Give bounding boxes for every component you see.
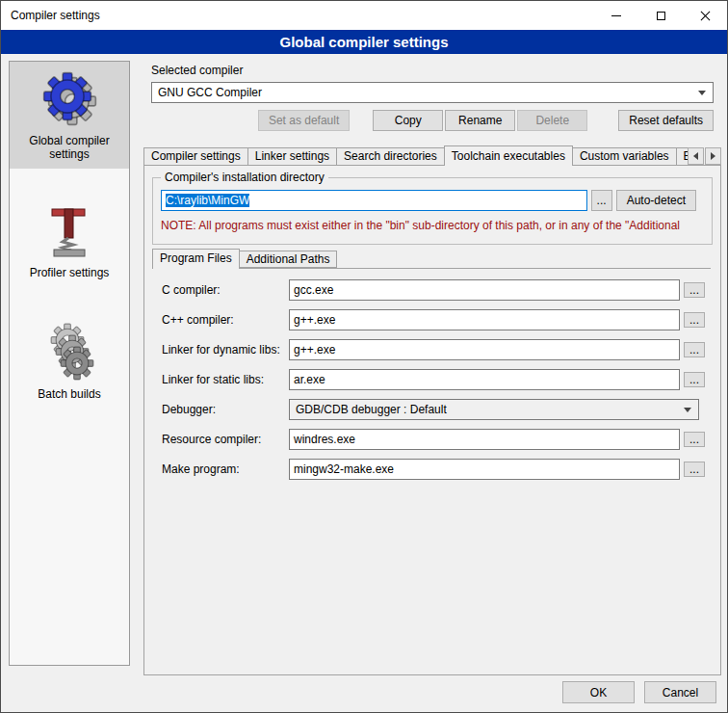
ok-button[interactable]: OK xyxy=(562,681,635,703)
tab-scroll-right-button[interactable] xyxy=(705,147,721,165)
c-compiler-row: C compiler: gcc.exe ... xyxy=(162,279,705,301)
auto-detect-button[interactable]: Auto-detect xyxy=(616,190,696,211)
static-linker-row: Linker for static libs: ar.exe ... xyxy=(162,369,705,390)
resource-compiler-label: Resource compiler: xyxy=(162,433,289,446)
cpp-compiler-input[interactable]: g++.exe xyxy=(289,309,680,330)
debugger-row: Debugger: GDB/CDB debugger : Default xyxy=(162,399,705,420)
copy-button[interactable]: Copy xyxy=(373,110,443,131)
browse-button[interactable]: ... xyxy=(684,462,705,477)
browse-button[interactable]: ... xyxy=(591,190,612,211)
installation-directory-input[interactable]: C:\raylib\MinGW xyxy=(161,190,587,211)
sidebar-item-label: Profiler settings xyxy=(12,266,127,279)
maximize-icon xyxy=(657,12,665,20)
titlebar[interactable]: Compiler settings xyxy=(1,1,727,30)
debugger-select-value: GDB/CDB debugger : Default xyxy=(296,403,447,416)
make-program-input[interactable]: mingw32-make.exe xyxy=(289,459,680,480)
dynamic-linker-input[interactable]: g++.exe xyxy=(289,339,680,360)
cpp-compiler-row: C++ compiler: g++.exe ... xyxy=(162,309,705,330)
settings-tabstrip: Compiler settings Linker settings Search… xyxy=(143,145,721,166)
browse-button[interactable]: ... xyxy=(684,312,705,328)
browse-button[interactable]: ... xyxy=(684,372,705,387)
minimize-button[interactable] xyxy=(594,1,638,30)
bin-subdirectory-note: NOTE: All programs must exist either in … xyxy=(161,219,710,232)
installation-directory-row: C:\raylib\MinGW ... Auto-detect xyxy=(161,190,696,211)
sidebar-item-label: Batch builds xyxy=(12,387,127,401)
dynamic-linker-label: Linker for dynamic libs: xyxy=(162,343,289,356)
static-linker-input[interactable]: ar.exe xyxy=(289,369,680,390)
c-compiler-label: C compiler: xyxy=(162,283,289,297)
c-compiler-input[interactable]: gcc.exe xyxy=(289,279,680,301)
debugger-label: Debugger: xyxy=(162,403,289,416)
compiler-settings-window: Compiler settings Global compiler settin… xyxy=(0,0,728,713)
window-controls xyxy=(594,1,727,30)
browse-button[interactable]: ... xyxy=(684,282,705,298)
resource-compiler-input[interactable]: windres.exe xyxy=(289,429,680,450)
tab-scroll-buttons xyxy=(687,147,721,165)
right-arrow-icon xyxy=(711,152,715,160)
sidebar-item-batch-builds[interactable]: Batch builds xyxy=(10,315,129,408)
compiler-select[interactable]: GNU GCC Compiler xyxy=(151,82,714,103)
program-files-tabstrip: Program Files Additional Paths xyxy=(152,249,711,269)
minimize-icon xyxy=(611,15,621,16)
installation-directory-group: Compiler's installation directory C:\ray… xyxy=(152,177,713,245)
sidebar-item-label: Global compiler settings xyxy=(12,134,127,162)
make-program-row: Make program: mingw32-make.exe ... xyxy=(162,459,705,480)
program-files-form: C compiler: gcc.exe ... C++ compiler: g+… xyxy=(162,279,705,489)
dynamic-linker-row: Linker for dynamic libs: g++.exe ... xyxy=(162,339,705,360)
make-program-label: Make program: xyxy=(162,462,289,476)
dialog-content: Global compiler settings Profiler settin… xyxy=(1,54,727,712)
left-arrow-icon xyxy=(693,152,698,160)
dialog-banner: Global compiler settings xyxy=(1,30,727,54)
reset-defaults-button[interactable]: Reset defaults xyxy=(618,110,714,131)
browse-button[interactable]: ... xyxy=(684,342,705,357)
subtab-program-files[interactable]: Program Files xyxy=(152,249,240,269)
profiler-icon xyxy=(40,201,98,259)
dialog-footer: OK Cancel xyxy=(562,681,716,703)
maximize-button[interactable] xyxy=(638,1,683,30)
set-as-default-button[interactable]: Set as default xyxy=(258,110,350,131)
compiler-select-value: GNU GCC Compiler xyxy=(158,86,262,99)
static-linker-label: Linker for static libs: xyxy=(162,373,289,386)
tab-compiler-settings[interactable]: Compiler settings xyxy=(143,147,248,166)
browse-button[interactable]: ... xyxy=(684,432,705,447)
window-title: Compiler settings xyxy=(1,9,100,22)
tab-linker-settings[interactable]: Linker settings xyxy=(247,147,337,166)
delete-button[interactable]: Delete xyxy=(517,110,587,131)
close-icon xyxy=(700,11,711,21)
sidebar-item-global-compiler-settings[interactable]: Global compiler settings xyxy=(10,62,129,169)
selected-compiler-label: Selected compiler xyxy=(151,64,243,77)
blue-gear-icon xyxy=(40,69,98,127)
gray-gears-icon xyxy=(40,323,98,381)
subtab-additional-paths[interactable]: Additional Paths xyxy=(239,251,338,268)
settings-category-list: Global compiler settings Profiler settin… xyxy=(9,61,130,666)
chevron-down-icon xyxy=(684,408,691,412)
installation-directory-value: C:\raylib\MinGW xyxy=(166,194,249,207)
sidebar-item-profiler-settings[interactable]: Profiler settings xyxy=(10,194,129,286)
chevron-down-icon xyxy=(698,91,706,95)
tabs-clip: Compiler settings Linker settings Search… xyxy=(143,145,689,166)
installation-directory-group-title: Compiler's installation directory xyxy=(161,171,328,184)
cancel-button[interactable]: Cancel xyxy=(644,681,716,703)
tab-toolchain-executables[interactable]: Toolchain executables xyxy=(444,145,573,166)
debugger-select[interactable]: GDB/CDB debugger : Default xyxy=(289,399,699,420)
cpp-compiler-label: C++ compiler: xyxy=(162,313,289,327)
rename-button[interactable]: Rename xyxy=(445,110,515,131)
tab-search-directories[interactable]: Search directories xyxy=(336,147,445,166)
compiler-actions: Set as default Copy Rename Delete Reset … xyxy=(151,110,714,131)
tab-scroll-left-button[interactable] xyxy=(688,147,704,165)
tab-custom-variables[interactable]: Custom variables xyxy=(572,147,677,166)
close-button[interactable] xyxy=(683,1,727,30)
toolchain-executables-page: Compiler's installation directory C:\ray… xyxy=(143,165,721,675)
resource-compiler-row: Resource compiler: windres.exe ... xyxy=(162,429,705,450)
